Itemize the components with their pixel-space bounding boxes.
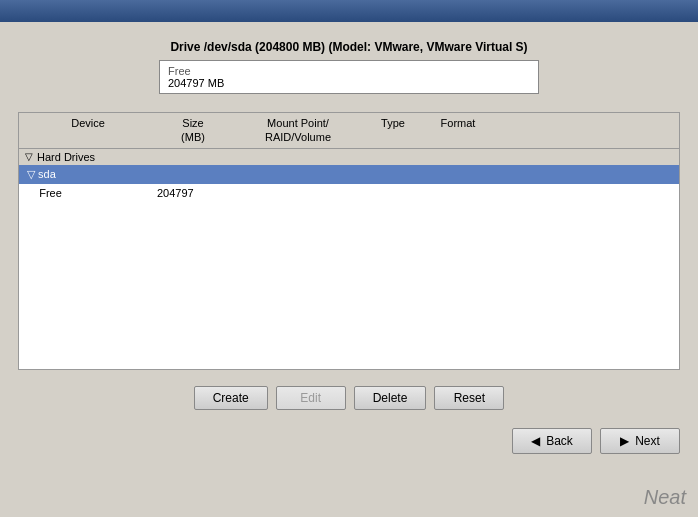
create-button[interactable]: Create [194, 386, 268, 410]
header-format: Format [423, 116, 493, 145]
header-type: Type [363, 116, 423, 145]
device-format-sda [423, 173, 493, 175]
device-type-sda [363, 173, 423, 175]
drive-free-label: Free [168, 65, 530, 77]
group-label: Hard Drives [37, 151, 95, 163]
partition-device: Free [23, 186, 153, 200]
partition-size: 204797 [153, 186, 233, 200]
header-mountpoint: Mount Point/RAID/Volume [233, 116, 363, 145]
navigation-buttons: ◀ Back ▶ Next [18, 424, 680, 458]
partition-format [423, 192, 493, 194]
title-bar [0, 0, 698, 22]
next-arrow-icon: ▶ [620, 434, 629, 448]
drive-box: Free 204797 MB [159, 60, 539, 94]
edit-button[interactable]: Edit [276, 386, 346, 410]
drive-info-section: Drive /dev/sda (204800 MB) (Model: VMwar… [18, 30, 680, 104]
device-size-sda [153, 173, 233, 175]
table-row-free[interactable]: Free 204797 [19, 184, 679, 202]
back-button[interactable]: ◀ Back [512, 428, 592, 454]
device-toggle-icon: ▽ [27, 168, 38, 180]
action-buttons: Create Edit Delete Reset [18, 382, 680, 414]
group-hard-drives[interactable]: ▽ Hard Drives [19, 149, 679, 165]
drive-free-value: 204797 MB [168, 77, 530, 89]
header-device: Device [23, 116, 153, 145]
reset-button[interactable]: Reset [434, 386, 504, 410]
table-header: Device Size(MB) Mount Point/RAID/Volume … [19, 113, 679, 149]
group-toggle-icon: ▽ [25, 151, 33, 162]
partition-table: Device Size(MB) Mount Point/RAID/Volume … [18, 112, 680, 370]
device-mount-sda [233, 173, 363, 175]
partition-mount [233, 192, 363, 194]
main-container: Drive /dev/sda (204800 MB) (Model: VMwar… [18, 30, 680, 458]
watermark: Neat [644, 486, 686, 509]
partition-type [363, 192, 423, 194]
drive-title: Drive /dev/sda (204800 MB) (Model: VMwar… [18, 40, 680, 54]
device-name-sda: ▽ sda [23, 167, 153, 182]
device-row-sda[interactable]: ▽ sda [19, 165, 679, 184]
delete-button[interactable]: Delete [354, 386, 427, 410]
next-button[interactable]: ▶ Next [600, 428, 680, 454]
back-arrow-icon: ◀ [531, 434, 540, 448]
table-body: ▽ Hard Drives ▽ sda Free 204797 [19, 149, 679, 369]
header-size: Size(MB) [153, 116, 233, 145]
